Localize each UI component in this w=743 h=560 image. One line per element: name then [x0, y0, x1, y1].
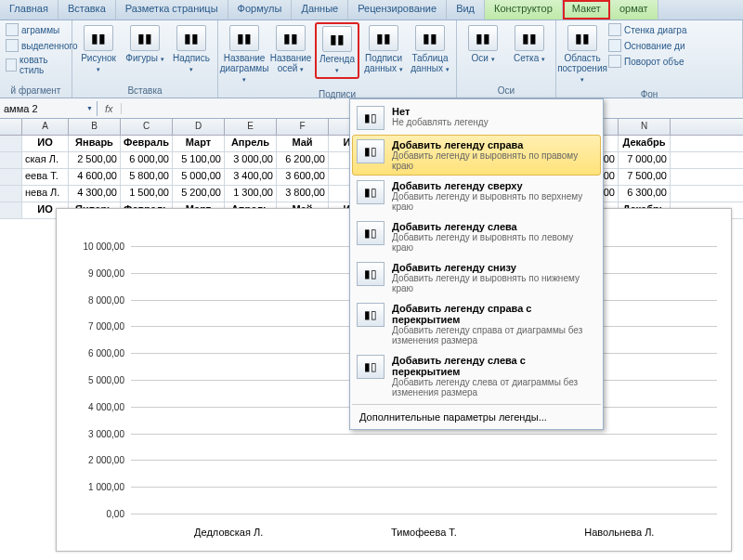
col-header[interactable]: A — [22, 119, 69, 135]
tab-Разметка страницы[interactable]: Разметка страницы — [116, 0, 228, 20]
cell[interactable]: 5 000,00 — [173, 169, 225, 185]
col-header[interactable]: D — [173, 119, 225, 135]
ribbon-btn-Область построения[interactable]: ▮▮Область построения ▾ — [560, 22, 605, 87]
header-cell[interactable]: Февраль — [121, 136, 173, 151]
tab-Формулы[interactable]: Формулы — [228, 0, 293, 20]
y-tick-label: 5 000,00 — [88, 375, 124, 385]
tab-ормат[interactable]: ормат — [610, 0, 658, 20]
menu-item-desc: Добавить легенду и выровнять по левому к… — [392, 232, 596, 253]
ribbon-btn-Название осей[interactable]: ▮▮Название осей ▾ — [268, 22, 313, 77]
tab-Вид[interactable]: Вид — [447, 0, 485, 20]
legend-position-icon: ▮▯ — [357, 262, 385, 286]
chevron-down-icon: ▾ — [446, 66, 450, 72]
header-cell[interactable]: Май — [277, 136, 329, 151]
btn-label: Фигуры ▾ — [125, 53, 163, 64]
ribbon-small-item[interactable]: аграммы — [4, 22, 61, 37]
ribbon-small-item[interactable]: выделенного — [4, 38, 80, 53]
cell[interactable]: 4 600,00 — [69, 169, 121, 185]
header-cell[interactable]: Апрель — [225, 136, 277, 151]
legend-dropdown-menu: ▮▯НетНе добавлять легенду▮▯Добавить леге… — [349, 98, 604, 430]
cell[interactable]: еева Т. — [22, 169, 69, 185]
header-cell[interactable]: Январь — [69, 136, 121, 151]
chevron-down-icon: ▾ — [541, 56, 545, 62]
menu-item-title: Добавить легенду снизу — [392, 262, 596, 273]
ribbon-small-item[interactable]: Основание ди — [606, 38, 688, 53]
col-header[interactable]: N — [619, 119, 671, 135]
ribbon-btn-Название диаграммы[interactable]: ▮▮Название диаграммы ▾ — [222, 22, 267, 87]
ribbon-btn-Таблица данных[interactable]: ▮▮Таблица данных ▾ — [408, 22, 452, 77]
cell[interactable]: 3 000,00 — [225, 152, 277, 168]
ribbon-small-item[interactable]: ковать стиль — [4, 54, 68, 76]
cell[interactable]: 7 500,00 — [619, 169, 671, 185]
cell[interactable]: ская Л. — [22, 152, 69, 168]
name-box-value: амма 2 — [4, 103, 38, 114]
tab-Конструктор[interactable]: Конструктор — [485, 0, 563, 20]
menu-item[interactable]: ▮▯Добавить легенду слева с перекрытиемДо… — [352, 350, 601, 402]
col-header[interactable]: F — [277, 119, 329, 135]
y-tick-label: 9 000,00 — [88, 267, 124, 278]
chevron-down-icon[interactable]: ▼ — [86, 105, 93, 111]
cell[interactable]: 1 300,00 — [225, 186, 277, 202]
col-header[interactable]: E — [225, 119, 277, 135]
menu-item-title: Добавить легенду справа — [392, 139, 596, 150]
header-cell[interactable]: Декабрь — [619, 136, 671, 151]
name-box[interactable]: амма 2 ▼ — [0, 101, 98, 116]
ribbon: аграммывыделенногоковать стиль й фрагмен… — [0, 20, 743, 98]
tab-Вставка[interactable]: Вставка — [59, 0, 116, 20]
menu-item[interactable]: ▮▯Добавить легенду слеваДобавить легенду… — [352, 216, 601, 257]
cell[interactable]: нева Л. — [22, 186, 69, 202]
fx-icon[interactable]: fx — [98, 103, 122, 114]
menu-more-options[interactable]: Дополнительные параметры легенды... — [352, 407, 601, 427]
ribbon-btn-Фигуры[interactable]: ▮▮Фигуры ▾ — [123, 22, 167, 67]
ribbon-small-item[interactable]: Поворот объе — [606, 54, 688, 69]
menu-item-title: Добавить легенду слева с перекрытием — [392, 355, 596, 377]
tab-Данные[interactable]: Данные — [292, 0, 348, 20]
header-cell[interactable]: ИО — [22, 136, 69, 151]
menu-item[interactable]: ▮▯Добавить легенду сверхуДобавить легенд… — [352, 176, 601, 216]
cell[interactable]: 6 200,00 — [277, 152, 329, 168]
tab-Рецензирование[interactable]: Рецензирование — [348, 0, 447, 20]
ribbon-btn-Надпись[interactable]: ▮▮Надпись ▾ — [169, 22, 214, 77]
cell[interactable]: 1 500,00 — [121, 186, 173, 202]
y-tick-label: 6 000,00 — [88, 348, 124, 358]
btn-label: Рисунок ▾ — [79, 53, 118, 74]
cell[interactable]: 3 400,00 — [225, 169, 277, 185]
menu-item[interactable]: ▮▯Добавить легенду справа с перекрытиемД… — [352, 298, 601, 350]
chart-icon: ▮▮ — [515, 25, 544, 51]
btn-label: Название диаграммы ▾ — [220, 53, 269, 85]
cell[interactable]: 3 600,00 — [277, 169, 329, 185]
cell[interactable]: 5 100,00 — [173, 152, 225, 168]
y-tick-label: 10 000,00 — [84, 241, 125, 252]
cell[interactable]: 2 500,00 — [69, 152, 121, 168]
col-header[interactable]: B — [69, 119, 121, 135]
cell[interactable]: 7 000,00 — [619, 152, 671, 168]
ribbon-btn-Рисунок[interactable]: ▮▮Рисунок ▾ — [76, 22, 121, 77]
chevron-down-icon: ▾ — [300, 66, 304, 72]
tab-Макет[interactable]: Макет — [563, 0, 610, 20]
menu-item[interactable]: ▮▯Добавить легенду снизуДобавить легенду… — [352, 257, 601, 298]
header-cell[interactable]: Март — [173, 136, 225, 151]
btn-label: Легенда ▾ — [319, 54, 356, 75]
x-tick-label: Тимофеева Т. — [326, 527, 521, 538]
tab-Главная[interactable]: Главная — [0, 0, 59, 20]
cell[interactable]: 5 200,00 — [173, 186, 225, 202]
cell[interactable]: 6 000,00 — [121, 152, 173, 168]
cell[interactable]: 6 300,00 — [619, 186, 671, 202]
ribbon-small-item[interactable]: Стенка диагра — [606, 22, 688, 37]
col-header[interactable]: C — [121, 119, 173, 135]
item-icon — [608, 39, 621, 52]
ribbon-btn-Оси[interactable]: ▮▮Оси ▾ — [461, 22, 505, 67]
menu-item[interactable]: ▮▯НетНе добавлять легенду — [352, 101, 601, 135]
ribbon-btn-Подписи данных[interactable]: ▮▮Подписи данных ▾ — [361, 22, 406, 77]
ribbon-btn-Легенда[interactable]: ▮▮Легенда ▾ — [315, 22, 359, 79]
menu-item-desc: Добавить легенду и выровнять по нижнему … — [392, 273, 596, 293]
cell[interactable]: 3 800,00 — [277, 186, 329, 202]
cell[interactable]: 4 300,00 — [69, 186, 121, 202]
cell[interactable]: 5 800,00 — [121, 169, 173, 185]
legend-position-icon: ▮▯ — [357, 106, 385, 130]
ribbon-btn-Сетка[interactable]: ▮▮Сетка ▾ — [507, 22, 552, 67]
item-icon — [6, 59, 17, 72]
menu-item[interactable]: ▮▯Добавить легенду справаДобавить легенд… — [352, 135, 601, 176]
item-icon — [608, 55, 621, 68]
chart-icon: ▮▮ — [369, 25, 398, 51]
